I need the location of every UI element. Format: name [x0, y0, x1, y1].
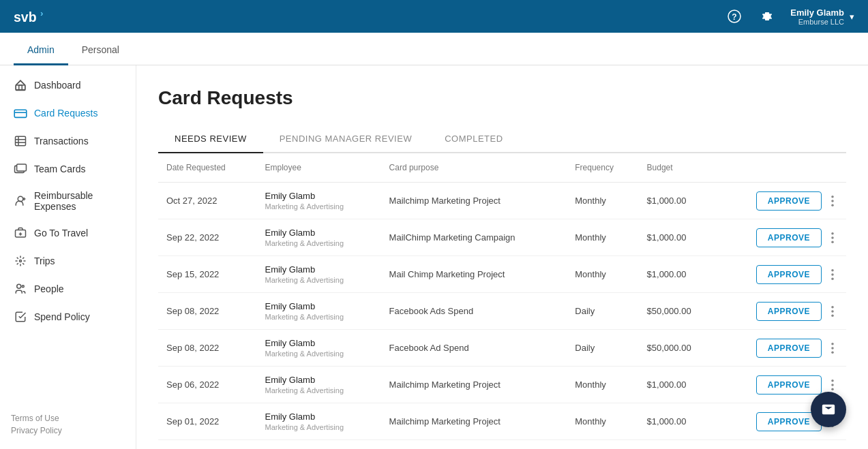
svg-rect-5 — [14, 110, 27, 117]
tab-admin[interactable]: Admin — [14, 36, 68, 65]
sidebar-item-go-to-travel[interactable]: Go To Travel — [3, 219, 133, 247]
logo[interactable]: svb › — [14, 6, 55, 27]
budget-cell: $1,000.00 — [639, 256, 718, 293]
main-content: Card Requests NEEDS REVIEW PENDING MANAG… — [136, 65, 868, 449]
svg-point-31 — [831, 306, 834, 309]
more-options-button[interactable] — [827, 193, 838, 209]
employee-cell: Emily Glamb Marketing & Advertising — [256, 330, 380, 367]
svg-point-24 — [831, 204, 834, 206]
sidebar-item-dashboard[interactable]: Dashboard — [3, 72, 133, 99]
svg-text:?: ? — [732, 12, 737, 22]
approve-button[interactable]: APPROVE — [756, 302, 822, 321]
more-options-button[interactable] — [827, 340, 838, 356]
actions-cell: APPROVE — [718, 183, 846, 219]
employee-name: Emily Glamb — [265, 301, 372, 311]
sidebar-item-transactions[interactable]: Transactions — [3, 127, 133, 155]
employee-dept: Marketing & Advertising — [265, 423, 372, 431]
employee-cell: Emily Glamb Marketing & Advertising — [256, 183, 380, 219]
more-options-button[interactable] — [827, 303, 838, 320]
svg-point-20 — [17, 284, 21, 288]
tab-personal[interactable]: Personal — [68, 36, 133, 65]
more-options-button[interactable] — [827, 230, 838, 246]
budget-cell: $1,000.00 — [639, 440, 718, 450]
tab-pending-manager-review[interactable]: PENDING MANAGER REVIEW — [263, 125, 428, 153]
col-frequency: Frequency — [567, 153, 638, 183]
svg-point-30 — [831, 277, 834, 280]
actions-cell: APPROVE — [718, 330, 846, 367]
user-menu[interactable]: Emily Glamb Emburse LLC ▾ — [790, 7, 854, 26]
sidebar-footer: Terms of Use Privacy Policy — [0, 403, 136, 449]
user-company: Emburse LLC — [798, 18, 844, 26]
frequency-cell: Monthly — [567, 367, 638, 403]
date-cell: Aug 25, 2022 — [158, 440, 256, 450]
approve-button[interactable]: APPROVE — [756, 375, 822, 394]
table-head: Date Requested Employee Card purpose Fre… — [158, 153, 846, 183]
sidebar-item-go-to-travel-label: Go To Travel — [34, 228, 88, 238]
employee-cell: Emily Glamb Marketing & Advertising — [256, 403, 380, 440]
layout: Dashboard Card Requests — [0, 65, 868, 449]
fab-button[interactable] — [811, 392, 846, 427]
help-icon[interactable]: ? — [725, 7, 744, 26]
sidebar-nav: Dashboard Card Requests — [0, 65, 136, 403]
frequency-cell: Monthly — [567, 183, 638, 219]
purpose-cell: Mailchimp Marketing Project — [381, 183, 567, 219]
svg-point-39 — [831, 388, 834, 390]
date-cell: Sep 22, 2022 — [158, 219, 256, 256]
sidebar-item-card-requests-label: Card Requests — [34, 108, 98, 119]
privacy-policy-link[interactable]: Privacy Policy — [11, 426, 125, 435]
sidebar-item-spend-policy[interactable]: Spend Policy — [3, 303, 133, 330]
table-container: Date Requested Employee Card purpose Fre… — [158, 153, 846, 449]
budget-cell: $1,000.00 — [639, 219, 718, 256]
employee-dept: Marketing & Advertising — [265, 350, 372, 358]
table-row: Sep 08, 2022 Emily Glamb Marketing & Adv… — [158, 330, 846, 367]
sidebar-item-spend-policy-label: Spend Policy — [34, 311, 90, 322]
sidebar-item-people[interactable]: People — [3, 275, 133, 303]
purpose-cell: Facebook Ad Spend — [381, 330, 567, 367]
user-chevron: ▾ — [850, 12, 854, 22]
sidebar: Dashboard Card Requests — [0, 65, 136, 449]
policy-icon — [14, 310, 27, 324]
settings-icon[interactable] — [758, 7, 777, 26]
purpose-cell: Mailchimp Marketing Project — [381, 367, 567, 403]
employee-dept: Marketing & Advertising — [265, 313, 372, 321]
budget-cell: $50,000.00 — [639, 330, 718, 367]
svg-point-29 — [831, 273, 834, 276]
employee-cell: Emily Glamb Marketing & Advertising — [256, 219, 380, 256]
sidebar-item-dashboard-label: Dashboard — [34, 80, 81, 91]
approve-button[interactable]: APPROVE — [756, 191, 822, 211]
employee-cell: Emily Glamb Marketing & Advertising — [256, 256, 380, 293]
tab-completed[interactable]: COMPLETED — [428, 125, 519, 153]
svg-text:svb: svb — [14, 10, 37, 25]
svg-point-32 — [831, 310, 834, 313]
more-options-button[interactable] — [827, 377, 838, 393]
frequency-cell: Daily — [567, 330, 638, 367]
people-icon — [14, 282, 27, 296]
actions-cell: APPROVE — [718, 440, 846, 450]
frequency-cell: Monthly — [567, 403, 638, 440]
frequency-cell: Daily — [567, 293, 638, 330]
approve-button[interactable]: APPROVE — [756, 265, 822, 284]
sidebar-item-card-requests[interactable]: Card Requests — [3, 99, 133, 127]
page-title: Card Requests — [158, 87, 846, 109]
employee-name: Emily Glamb — [265, 191, 372, 201]
svg-point-19 — [20, 260, 22, 262]
terms-of-use-link[interactable]: Terms of Use — [11, 414, 125, 423]
purpose-cell: MailChimp Marketing Campaign — [381, 219, 567, 256]
budget-cell: $1,000.00 — [639, 367, 718, 403]
employee-name: Emily Glamb — [265, 264, 372, 275]
top-nav-right: ? Emily Glamb Emburse LLC ▾ — [725, 7, 854, 26]
employee-name: Emily Glamb — [265, 375, 372, 385]
sidebar-item-trips[interactable]: Trips — [3, 247, 133, 275]
employee-name: Emily Glamb — [265, 338, 372, 348]
svg-point-21 — [22, 285, 24, 288]
approve-button[interactable]: APPROVE — [756, 339, 822, 358]
actions-cell: APPROVE — [718, 293, 846, 330]
sidebar-item-reimbursable-expenses[interactable]: Reimbursable Expenses — [3, 183, 133, 219]
svg-point-25 — [831, 232, 834, 235]
approve-button[interactable]: APPROVE — [756, 228, 822, 247]
more-options-button[interactable] — [827, 266, 838, 283]
sidebar-item-team-cards[interactable]: Team Cards — [3, 155, 133, 183]
sidebar-item-trips-label: Trips — [34, 256, 55, 266]
svg-point-27 — [831, 241, 834, 243]
tab-needs-review[interactable]: NEEDS REVIEW — [158, 125, 263, 153]
